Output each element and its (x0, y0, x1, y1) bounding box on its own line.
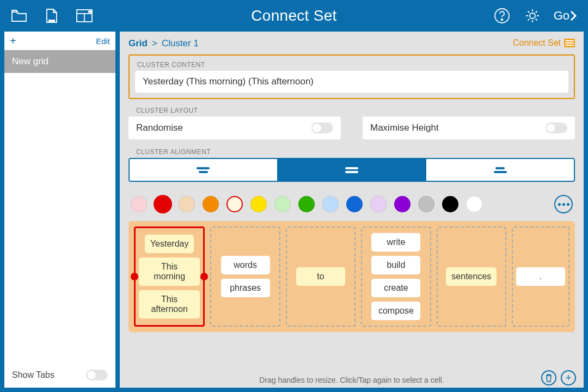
svg-point-7 (90, 11, 92, 13)
panel-actions: + (541, 370, 576, 385)
cell-3-1[interactable]: build (371, 256, 420, 274)
breadcrumb-sep: > (152, 38, 157, 49)
swatch-11[interactable] (394, 196, 411, 212)
sidebar-item-new-grid[interactable]: New grid (4, 50, 115, 73)
swatch-7[interactable] (298, 196, 315, 212)
add-button[interactable]: + (561, 370, 576, 385)
cluster-0[interactable]: YesterdayThis morningThis afternoon (134, 226, 205, 327)
cluster-4[interactable]: sentences (437, 226, 506, 327)
cell-3-0[interactable]: write (371, 233, 420, 252)
cell-0-2[interactable]: This afternoon (139, 290, 200, 318)
breadcrumb-root[interactable]: Grid (128, 38, 148, 49)
connect-set-badge: Connect Set (513, 38, 575, 48)
show-tabs-label: Show Tabs (12, 370, 54, 380)
cell-4-0[interactable]: sentences (446, 267, 497, 286)
folder-icon[interactable] (10, 7, 28, 25)
align-middle[interactable] (277, 159, 426, 181)
swatch-13[interactable] (442, 196, 458, 212)
cluster-canvas: YesterdayThis morningThis afternoonwords… (128, 221, 575, 332)
cluster-layout-row: Randomise Maximise Height (128, 117, 575, 139)
cluster-1[interactable]: wordsphrases (210, 226, 280, 327)
randomise-row: Randomise (128, 117, 341, 139)
cluster-5[interactable]: . (512, 226, 569, 327)
maxheight-row: Maximise Height (363, 117, 575, 139)
cell-0-0[interactable]: Yesterday (145, 235, 194, 253)
align-top[interactable] (130, 159, 277, 181)
swatch-4[interactable] (226, 196, 243, 212)
svg-point-2 (53, 20, 55, 22)
swatch-6[interactable] (274, 196, 291, 212)
maxheight-toggle[interactable] (546, 122, 567, 133)
breadcrumb: Grid > Cluster 1 (128, 38, 575, 49)
swatch-12[interactable] (418, 196, 434, 212)
editor-panel: Grid > Cluster 1 Connect Set CLUSTER CON… (120, 32, 584, 388)
go-button[interactable]: Go (554, 9, 578, 23)
sidebar-edit-button[interactable]: Edit (96, 36, 110, 46)
gear-icon[interactable] (523, 7, 542, 25)
cluster-content-label: CLUSTER CONTENT (137, 61, 568, 69)
svg-point-1 (51, 20, 53, 22)
cluster-alignment-section: CLUSTER ALIGNMENT (128, 148, 575, 182)
svg-point-0 (49, 20, 51, 22)
alignment-segmented (128, 158, 575, 182)
swatch-1[interactable] (155, 196, 171, 212)
cluster-content-input[interactable]: Yesterday (This morning) (This afternoon… (135, 71, 568, 93)
cluster-alignment-label: CLUSTER ALIGNMENT (136, 148, 575, 156)
sidebar: + Edit New grid Show Tabs (4, 32, 115, 388)
sidebar-head: + Edit (4, 32, 115, 50)
connect-set-icon (564, 39, 575, 47)
sidebar-add-button[interactable]: + (10, 35, 16, 47)
svg-point-10 (530, 13, 535, 19)
cell-3-2[interactable]: create (371, 279, 420, 297)
cell-3-3[interactable]: compose (371, 302, 420, 320)
sidebar-footer: Show Tabs (4, 363, 115, 388)
layout-icon[interactable] (75, 7, 94, 25)
cell-1-0[interactable]: words (221, 256, 270, 274)
palette-more-icon[interactable] (554, 195, 573, 213)
new-file-icon[interactable] (42, 7, 61, 25)
swatch-0[interactable] (131, 196, 147, 212)
cell-2-0[interactable]: to (296, 267, 345, 286)
cell-0-1[interactable]: This morning (139, 258, 200, 286)
swatch-10[interactable] (370, 196, 387, 212)
swatch-8[interactable] (322, 196, 339, 212)
swatch-5[interactable] (250, 196, 267, 212)
show-tabs-toggle[interactable] (86, 370, 108, 381)
breadcrumb-leaf[interactable]: Cluster 1 (162, 38, 199, 49)
cluster-layout-label: CLUSTER LAYOUT (136, 107, 575, 114)
canvas-hint: Drag handles to resize. Click/Tap again … (120, 376, 584, 384)
randomise-label: Randomise (136, 122, 183, 133)
cluster-content-section: CLUSTER CONTENT Yesterday (This morning)… (128, 54, 575, 99)
swatch-2[interactable] (179, 196, 195, 212)
color-palette (128, 195, 575, 213)
svg-point-9 (501, 19, 503, 21)
cell-1-1[interactable]: phrases (221, 279, 270, 297)
align-bottom[interactable] (425, 159, 574, 181)
maxheight-label: Maximise Height (370, 122, 439, 133)
randomise-toggle[interactable] (311, 122, 333, 133)
connect-set-badge-label: Connect Set (513, 38, 561, 48)
workspace: + Edit New grid Show Tabs Grid > Cluster… (0, 32, 588, 392)
cluster-2[interactable]: to (286, 226, 356, 327)
swatch-3[interactable] (203, 196, 219, 212)
swatch-9[interactable] (346, 196, 363, 212)
cell-5-0[interactable]: . (516, 267, 565, 286)
go-label: Go (554, 9, 569, 23)
delete-button[interactable] (541, 370, 556, 385)
page-title: Connect Set (113, 7, 475, 24)
swatch-14[interactable] (466, 196, 482, 212)
topbar-right: Go (475, 7, 578, 25)
help-icon[interactable] (493, 7, 511, 25)
topbar-left (10, 7, 113, 25)
cluster-3[interactable]: writebuildcreatecompose (361, 226, 431, 327)
topbar: Connect Set Go (0, 0, 588, 32)
